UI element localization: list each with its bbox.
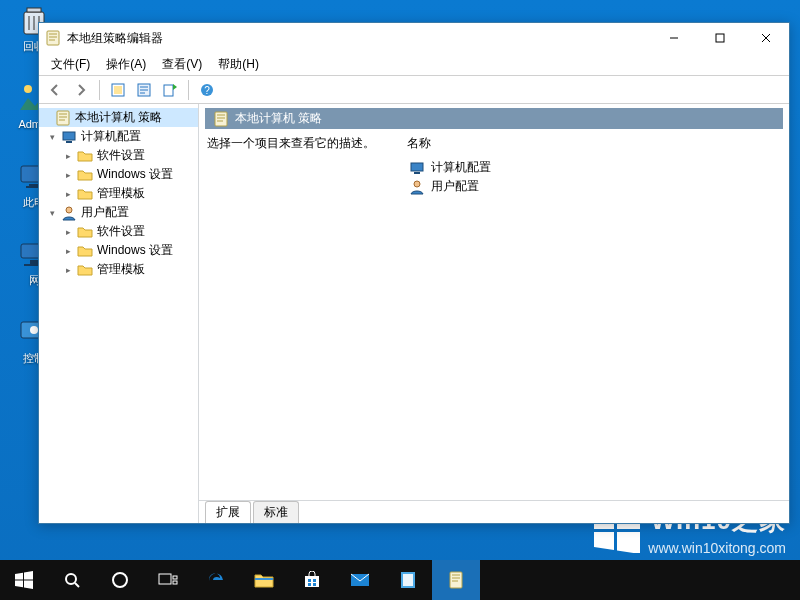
- svg-marker-14: [617, 532, 640, 553]
- expander-icon[interactable]: ▸: [61, 265, 75, 275]
- expander-icon[interactable]: ▸: [61, 227, 75, 237]
- search-button[interactable]: [48, 560, 96, 600]
- menu-action[interactable]: 操作(A): [98, 54, 154, 75]
- expander-icon[interactable]: ▾: [45, 208, 59, 218]
- policy-icon: [213, 111, 229, 127]
- explorer-button[interactable]: [240, 560, 288, 600]
- tree-windows-settings[interactable]: ▸ Windows 设置: [39, 165, 198, 184]
- tree-user-config[interactable]: ▾ 用户配置: [39, 203, 198, 222]
- tree-root[interactable]: 本地计算机 策略: [39, 108, 198, 127]
- close-button[interactable]: [743, 23, 789, 53]
- svg-rect-42: [308, 579, 311, 582]
- svg-rect-40: [255, 578, 273, 580]
- back-button[interactable]: [43, 78, 67, 102]
- maximize-button[interactable]: [697, 23, 743, 53]
- taskview-button[interactable]: [144, 560, 192, 600]
- export-button[interactable]: [158, 78, 182, 102]
- column-name[interactable]: 名称: [407, 135, 781, 152]
- folder-icon: [77, 167, 93, 183]
- menu-view[interactable]: 查看(V): [154, 54, 210, 75]
- svg-rect-16: [716, 34, 724, 42]
- svg-point-10: [30, 326, 38, 334]
- tree-admin-templates-user[interactable]: ▸ 管理模板: [39, 260, 198, 279]
- expander-icon[interactable]: ▾: [45, 132, 59, 142]
- svg-point-36: [113, 573, 127, 587]
- tab-strip: 扩展 标准: [199, 501, 789, 523]
- svg-point-26: [66, 207, 72, 213]
- gpedit-window: 本地组策略编辑器 文件(F) 操作(A) 查看(V) 帮助(H) ? 本地计算机…: [38, 22, 790, 524]
- cortana-button[interactable]: [96, 560, 144, 600]
- svg-rect-28: [411, 163, 423, 171]
- expander-icon[interactable]: ▸: [61, 151, 75, 161]
- folder-icon: [77, 262, 93, 278]
- user-icon: [61, 205, 77, 221]
- details-header-text: 本地计算机 策略: [235, 110, 322, 127]
- svg-marker-33: [15, 581, 23, 588]
- svg-rect-25: [66, 141, 72, 143]
- svg-text:?: ?: [204, 85, 210, 96]
- list-item-computer-config[interactable]: 计算机配置: [407, 158, 781, 177]
- start-button[interactable]: [0, 560, 48, 600]
- svg-rect-27: [215, 112, 227, 126]
- svg-rect-44: [308, 583, 311, 586]
- svg-rect-15: [47, 31, 59, 45]
- toolbar: ?: [39, 76, 789, 104]
- expander-icon[interactable]: ▸: [61, 170, 75, 180]
- tree-label: 管理模板: [97, 185, 145, 202]
- tab-extended[interactable]: 扩展: [205, 501, 251, 523]
- help-button[interactable]: ?: [195, 78, 219, 102]
- edge-button[interactable]: [192, 560, 240, 600]
- details-pane: 本地计算机 策略 选择一个项目来查看它的描述。 名称 计算机配置: [199, 104, 789, 523]
- store-button[interactable]: [288, 560, 336, 600]
- svg-marker-34: [24, 581, 33, 590]
- tree-label: Windows 设置: [97, 242, 173, 259]
- titlebar[interactable]: 本地组策略编辑器: [39, 23, 789, 53]
- svg-rect-39: [173, 581, 177, 584]
- svg-rect-49: [450, 572, 462, 588]
- menu-file[interactable]: 文件(F): [43, 54, 98, 75]
- tree-windows-settings-user[interactable]: ▸ Windows 设置: [39, 241, 198, 260]
- svg-rect-45: [313, 583, 316, 586]
- folder-icon: [77, 243, 93, 259]
- folder-icon: [77, 148, 93, 164]
- svg-rect-7: [30, 260, 38, 264]
- details-header: 本地计算机 策略: [205, 108, 783, 129]
- gpedit-taskbar-button[interactable]: [432, 560, 480, 600]
- svg-rect-20: [164, 85, 173, 96]
- mail-button[interactable]: [336, 560, 384, 600]
- svg-marker-31: [15, 573, 23, 580]
- svg-rect-37: [159, 574, 171, 584]
- tab-standard[interactable]: 标准: [253, 501, 299, 523]
- tree-software-settings[interactable]: ▸ 软件设置: [39, 146, 198, 165]
- up-button[interactable]: [106, 78, 130, 102]
- expander-icon[interactable]: ▸: [61, 189, 75, 199]
- tree-admin-templates[interactable]: ▸ 管理模板: [39, 184, 198, 203]
- properties-button[interactable]: [132, 78, 156, 102]
- user-icon: [409, 179, 425, 195]
- svg-rect-24: [63, 132, 75, 140]
- svg-point-30: [414, 181, 420, 187]
- app-icon: [45, 30, 61, 46]
- list-item-label: 计算机配置: [431, 159, 491, 176]
- taskbar: [0, 560, 800, 600]
- svg-rect-38: [173, 576, 177, 579]
- svg-rect-23: [57, 111, 69, 125]
- tree-computer-config[interactable]: ▾ 计算机配置: [39, 127, 198, 146]
- svg-point-2: [24, 85, 32, 93]
- forward-button[interactable]: [69, 78, 93, 102]
- svg-rect-41: [305, 576, 319, 587]
- notepad-button[interactable]: [384, 560, 432, 600]
- menubar: 文件(F) 操作(A) 查看(V) 帮助(H): [39, 53, 789, 75]
- svg-rect-1: [27, 8, 41, 12]
- tree-pane[interactable]: 本地计算机 策略 ▾ 计算机配置 ▸ 软件设置 ▸ Windows 设置 ▸ 管…: [39, 104, 199, 523]
- svg-point-35: [66, 574, 76, 584]
- menu-help[interactable]: 帮助(H): [210, 54, 267, 75]
- minimize-button[interactable]: [651, 23, 697, 53]
- tree-label: 计算机配置: [81, 128, 141, 145]
- expander-icon[interactable]: ▸: [61, 246, 75, 256]
- svg-marker-32: [24, 571, 33, 580]
- tree-label: 软件设置: [97, 147, 145, 164]
- tree-label: Windows 设置: [97, 166, 173, 183]
- list-item-user-config[interactable]: 用户配置: [407, 177, 781, 196]
- tree-software-settings-user[interactable]: ▸ 软件设置: [39, 222, 198, 241]
